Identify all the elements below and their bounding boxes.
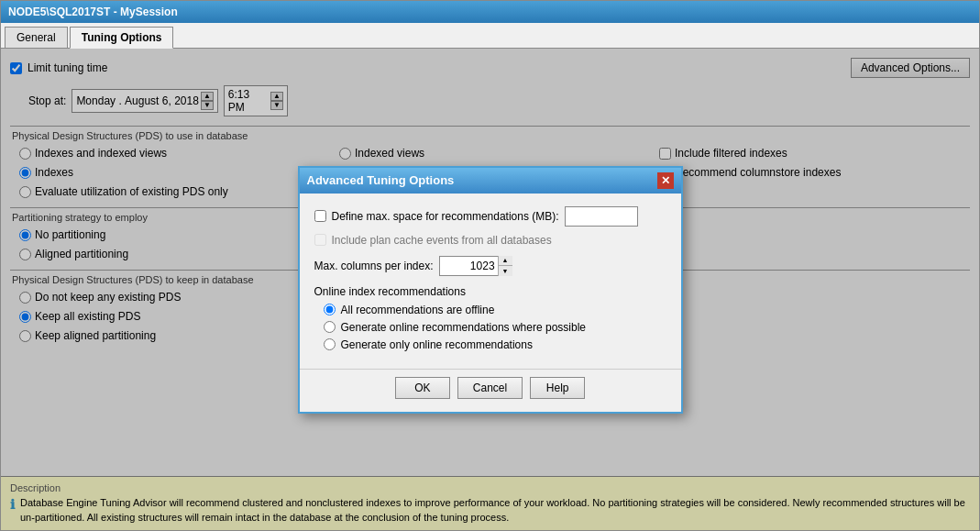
modal-overlay: Advanced Tuning Options ✕ Define max. sp… (1, 49, 979, 530)
online-label-3: Generate only online recommendations (341, 338, 533, 351)
ok-button[interactable]: OK (395, 377, 450, 399)
include-plan-cache-label: Include plan cache events from all datab… (332, 234, 552, 247)
define-max-space-input[interactable] (565, 206, 638, 227)
generate-only-online-radio[interactable] (324, 338, 336, 350)
max-columns-spinner-wrap: ▲ ▼ (439, 256, 512, 276)
generate-online-where-possible-radio[interactable] (324, 321, 336, 333)
modal-body: Define max. space for recommendations (M… (300, 194, 681, 369)
modal-close-button[interactable]: ✕ (657, 172, 674, 189)
online-label-1: All recommendations are offline (341, 304, 495, 316)
max-columns-arrows: ▲ ▼ (498, 256, 512, 276)
modal-title-bar: Advanced Tuning Options ✕ (300, 168, 681, 194)
define-max-space-label: Define max. space for recommendations (M… (332, 210, 559, 223)
title-bar: NODE5\SQL2017ST - MySession (1, 1, 979, 23)
max-columns-label: Max. columns per index: (314, 260, 434, 272)
help-button[interactable]: Help (530, 377, 585, 399)
all-offline-radio[interactable] (324, 304, 336, 315)
cancel-button[interactable]: Cancel (457, 377, 523, 399)
define-max-space-checkbox[interactable] (314, 210, 326, 222)
window-title: NODE5\SQL2017ST - MySession (8, 6, 178, 18)
main-content: Limit tuning time Advanced Options... St… (1, 49, 979, 530)
tab-tuning-options[interactable]: Tuning Options (70, 27, 174, 49)
advanced-tuning-modal: Advanced Tuning Options ✕ Define max. sp… (298, 166, 683, 414)
online-label-2: Generate online recommendations where po… (341, 321, 587, 334)
online-section-label: Online index recommendations (314, 285, 666, 298)
max-columns-up[interactable]: ▲ (499, 256, 512, 267)
online-radio-1: All recommendations are offline (324, 304, 666, 316)
modal-footer: OK Cancel Help (300, 369, 681, 412)
online-section: Online index recommendations All recomme… (314, 285, 666, 351)
max-columns-down[interactable]: ▼ (499, 266, 512, 276)
main-window: NODE5\SQL2017ST - MySession General Tuni… (0, 0, 980, 531)
tab-general[interactable]: General (5, 27, 68, 48)
online-radio-2: Generate online recommendations where po… (324, 321, 666, 334)
modal-title: Advanced Tuning Options (307, 173, 455, 187)
max-columns-row: Max. columns per index: ▲ ▼ (314, 256, 666, 276)
include-plan-cache-row: Include plan cache events from all datab… (314, 234, 666, 247)
online-radio-3: Generate only online recommendations (324, 338, 666, 351)
define-max-space-row: Define max. space for recommendations (M… (314, 206, 666, 227)
include-plan-cache-checkbox (314, 234, 326, 246)
tab-bar: General Tuning Options (1, 23, 979, 49)
